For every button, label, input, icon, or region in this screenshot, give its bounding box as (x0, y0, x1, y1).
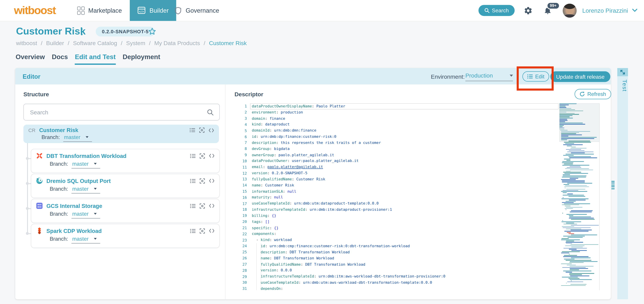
component-name[interactable]: Dremio SQL Output Port (46, 178, 186, 184)
code-line[interactable]: 13fullyQualifiedName: Customer Risk (234, 176, 558, 182)
update-draft-release-button[interactable]: Update draft release (550, 71, 610, 82)
nav-item-governance[interactable]: Governance (174, 0, 219, 21)
code-line[interactable]: 2environment: production (234, 109, 558, 116)
minimap-line (570, 268, 588, 269)
breadcrumb-item[interactable]: Builder (46, 40, 64, 46)
tree-item-gcs-internal-storage[interactable]: GCS Internal StorageBranch:master (31, 199, 220, 223)
branch-select[interactable]: master (72, 186, 100, 193)
code-line[interactable]: 4kind: dataproduct (234, 122, 558, 128)
branch-select[interactable]: master (72, 211, 100, 219)
tab-docs[interactable]: Docs (52, 53, 68, 65)
minimap-line (566, 260, 592, 261)
focus-target-icon[interactable] (200, 203, 205, 209)
code-line[interactable]: 1dataProductOwnerDisplayName: Paolo Plat… (234, 103, 558, 109)
code-line[interactable]: 8devGroup: bigdata (234, 146, 558, 152)
environment-select[interactable]: Production (465, 72, 513, 81)
code-line[interactable]: 27 fullyQualifiedName: DBT Transformatio… (234, 261, 558, 267)
favorite-star-icon[interactable] (148, 27, 156, 37)
nav-item-builder[interactable]: </> Builder (130, 0, 176, 21)
tree-root-customer-risk[interactable]: CR Customer Risk Branch: master (23, 125, 219, 143)
branch-select[interactable]: master (72, 161, 100, 168)
minimap-line (562, 220, 563, 221)
code-line[interactable]: 31 dependsOn: (234, 286, 558, 290)
code-line[interactable]: 5domainId: urn:dmb:dmn:finance (234, 128, 558, 134)
code-line[interactable]: 26 name: DBT Transformation Workload (234, 255, 558, 261)
code-line[interactable]: 6id: urn:dmb:dp:finance:customer-risk:0 (234, 134, 558, 140)
nav-item-marketplace[interactable]: Marketplace (77, 0, 122, 21)
breadcrumb-item[interactable]: System (126, 40, 145, 46)
notifications-bell-icon[interactable]: 99+ (543, 6, 552, 15)
focus-target-icon[interactable] (200, 228, 205, 234)
code-brackets-icon[interactable] (209, 179, 214, 183)
user-menu-chevron-down-icon[interactable] (632, 9, 638, 12)
code-line[interactable]: 17useCaseTemplateId: urn:dmb:utm:datapro… (234, 201, 558, 207)
branch-select[interactable]: master (63, 134, 92, 142)
code-brackets-icon[interactable] (209, 229, 214, 233)
structure-search-input[interactable] (24, 109, 207, 115)
witboost-logo[interactable]: witboost (14, 4, 56, 17)
code-brackets-icon[interactable] (209, 128, 214, 132)
code-line[interactable]: 16maturity: null (234, 195, 558, 201)
component-name[interactable]: GCS Internal Storage (46, 203, 186, 209)
branch-select[interactable]: master (72, 236, 100, 244)
code-line[interactable]: 14name: Customer Risk (234, 182, 558, 188)
component-name[interactable]: DBT Transformation Workload (46, 153, 186, 159)
component-name[interactable]: Spark CDP Workload (46, 228, 186, 234)
tree-item-dremio-sql-output-port[interactable]: Dremio SQL Output PortBranch:master (31, 174, 220, 198)
code-line[interactable]: 24 id: urn:dmb:cmp:finance:customer-risk… (234, 243, 558, 249)
code-line[interactable]: 10dataProductOwner: user:paolo.platter_a… (234, 158, 558, 164)
code-line[interactable]: 30 useCaseTemplateId: urn:dmb:utm:aws-wo… (234, 280, 558, 286)
focus-target-icon[interactable] (199, 128, 204, 133)
code-line[interactable]: 23 - kind: workload (234, 237, 558, 243)
breadcrumb-item[interactable]: Customer Risk (209, 40, 247, 46)
tab-edit-and-test[interactable]: Edit and Test (75, 53, 116, 65)
list-icon[interactable] (190, 153, 196, 158)
test-panel-tab[interactable]: Test (617, 80, 628, 92)
tree-item-spark-cdp-workload[interactable]: Spark CDP WorkloadBranch:master (31, 224, 220, 248)
title-kebab-menu-icon[interactable] (81, 28, 82, 35)
tab-overview[interactable]: Overview (16, 53, 45, 65)
code-line[interactable]: 29 infrastructureTemplateId: urn:dmb:itm… (234, 274, 558, 280)
user-avatar[interactable] (562, 3, 577, 17)
search-button[interactable]: Search (478, 5, 514, 16)
code-line[interactable]: 11email: paolo.platter@agilelab.it (234, 164, 558, 170)
breadcrumb-item[interactable]: My Data Products (154, 40, 200, 46)
user-name[interactable]: Lorenzo Pirazzini (582, 7, 628, 14)
code-brackets-icon[interactable] (209, 204, 214, 208)
code-line[interactable]: 19billing: {} (234, 213, 558, 219)
list-icon[interactable] (190, 229, 196, 233)
code-line[interactable]: 22components: (234, 231, 558, 237)
breadcrumb-item[interactable]: witboost (16, 40, 37, 46)
code-line[interactable]: 28 version: 0.0.0 (234, 267, 558, 274)
code-line[interactable]: 15informationSLA: null (234, 188, 558, 195)
code-brackets-icon[interactable] (209, 154, 214, 158)
tree-item-dbt-transformation-workload[interactable]: DBT Transformation WorkloadBranch:master (31, 149, 220, 173)
minimap-line (564, 255, 577, 256)
code-line[interactable]: 9ownerGroup: paolo.platter_agilelab.it (234, 152, 558, 158)
edit-button[interactable]: Edit (522, 71, 550, 82)
yaml-code-editor[interactable]: 1dataProductOwnerDisplayName: Paolo Plat… (234, 103, 558, 290)
line-number: 6 (234, 135, 252, 139)
editor-minimap[interactable] (560, 103, 600, 290)
code-line[interactable]: 12version: 0.2.0-SNAPSHOT-5 (234, 170, 558, 176)
code-line[interactable]: 25 description: DBT Transformation Workl… (234, 249, 558, 255)
expand-panel-button[interactable] (617, 68, 628, 76)
row-actions (190, 153, 214, 158)
list-icon[interactable] (190, 203, 196, 208)
code-line[interactable]: 7description: this represents the risk t… (234, 140, 558, 146)
breadcrumb-item[interactable]: Software Catalog (73, 40, 117, 46)
list-icon[interactable] (190, 178, 196, 183)
refresh-button[interactable]: Refresh (575, 89, 611, 99)
focus-target-icon[interactable] (200, 153, 205, 158)
code-line[interactable]: 21specific: {} (234, 225, 558, 231)
root-name[interactable]: Customer Risk (39, 127, 186, 133)
list-icon[interactable] (190, 128, 195, 133)
settings-gear-icon[interactable] (524, 6, 532, 15)
focus-target-icon[interactable] (200, 178, 205, 184)
code-line[interactable]: 3domain: finance (234, 116, 558, 122)
tab-deployment[interactable]: Deployment (123, 53, 160, 65)
code-line[interactable]: 18infrastructureTemplateId: urn:dmb:itm:… (234, 207, 558, 213)
panel-drag-handle[interactable] (612, 181, 614, 189)
code-line[interactable]: 20tags: [] (234, 219, 558, 225)
minimap-line (562, 267, 586, 268)
